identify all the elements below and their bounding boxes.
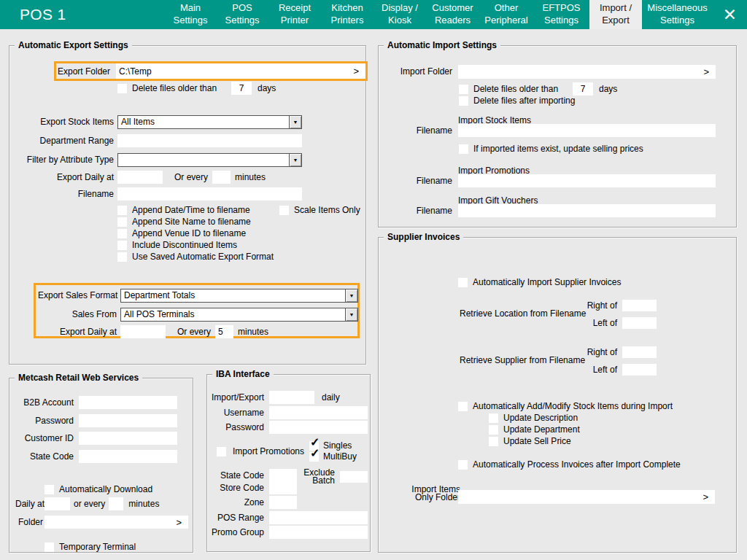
import-promotions-label: Import Promotions bbox=[233, 446, 304, 456]
tab-miscellaneous-settings[interactable]: Miscellaneous Settings bbox=[642, 0, 713, 29]
update-description-checkbox[interactable] bbox=[489, 413, 498, 423]
tab-eftpos-settings[interactable]: EFTPOS Settings bbox=[533, 0, 589, 29]
use-saved-format-checkbox[interactable] bbox=[117, 252, 127, 262]
auto-process-invoices-checkbox[interactable] bbox=[458, 460, 468, 470]
tab-pos-settings[interactable]: POS Settings bbox=[216, 0, 268, 29]
delete-days-input[interactable] bbox=[231, 82, 252, 95]
sales-export-daily-time-input[interactable] bbox=[120, 325, 166, 338]
include-discontinued-checkbox[interactable] bbox=[117, 241, 127, 250]
tab-display-kiosk[interactable]: Display / Kiosk bbox=[374, 0, 426, 29]
filter-attribute-dropdown[interactable]: ▼ bbox=[117, 153, 302, 167]
auto-add-modify-stock-checkbox[interactable] bbox=[458, 402, 468, 411]
panel-title: Supplier Invoices bbox=[384, 232, 463, 242]
append-venueid-label: Append Venue ID to filename bbox=[132, 228, 246, 238]
metcash-minutes-input[interactable] bbox=[109, 497, 123, 510]
update-selling-prices-label: If imported items exist, update selling … bbox=[473, 144, 643, 154]
delete-after-import-checkbox[interactable] bbox=[459, 96, 468, 106]
customer-id-input[interactable] bbox=[79, 432, 177, 445]
append-datetime-label: Append Date/Time to filename bbox=[132, 205, 250, 215]
sales-from-dropdown[interactable]: All POS Terminals ▼ bbox=[120, 308, 358, 322]
tab-kitchen-printers[interactable]: Kitchen Printers bbox=[321, 0, 374, 29]
b2b-account-label: B2B Account bbox=[9, 397, 74, 408]
location-left-of-input[interactable] bbox=[622, 317, 657, 329]
panel-iba-interface: IBA Interface Import/Export daily Userna… bbox=[206, 374, 371, 552]
close-button[interactable]: ✕ bbox=[713, 0, 747, 29]
iba-state-code-input[interactable] bbox=[269, 469, 297, 482]
state-code-label: State Code bbox=[207, 470, 264, 481]
iba-store-code-input[interactable] bbox=[269, 481, 297, 494]
export-stock-items-dropdown[interactable]: All Items ▼ bbox=[117, 115, 302, 129]
iba-username-input[interactable] bbox=[269, 406, 368, 419]
iba-promo-group-input[interactable] bbox=[269, 526, 368, 539]
auto-import-supplier-invoices-checkbox[interactable] bbox=[458, 278, 468, 287]
browse-chevron-icon: > bbox=[703, 66, 709, 77]
import-delete-older-checkbox[interactable] bbox=[459, 85, 468, 94]
import-delete-days-input[interactable] bbox=[573, 82, 593, 96]
tab-customer-readers[interactable]: Customer Readers bbox=[426, 0, 479, 29]
tab-import-export[interactable]: Import / Export bbox=[589, 0, 642, 29]
import-promotions-checkbox[interactable] bbox=[217, 447, 226, 456]
panel-automatic-export-settings: Automatic Export Settings Export Folder … bbox=[9, 45, 366, 365]
use-saved-format-label: Use Saved Automatic Export Format bbox=[132, 252, 274, 262]
auto-import-supplier-invoices-label: Automatically Import Supplier Invoices bbox=[473, 277, 621, 287]
delete-files-older-checkbox[interactable] bbox=[117, 84, 127, 93]
import-folder-label: Import Folder bbox=[379, 66, 452, 77]
tab-other-peripheral[interactable]: Other Peripheral bbox=[479, 0, 533, 29]
metcash-folder-field[interactable]: > bbox=[44, 516, 188, 529]
import-vouchers-filename-input[interactable] bbox=[458, 204, 716, 217]
auto-process-invoices-label: Automatically Process Invoices after Imp… bbox=[473, 459, 681, 470]
sales-export-minutes-input[interactable] bbox=[215, 325, 233, 338]
sales-from-label: Sales From bbox=[38, 309, 117, 319]
append-sitename-checkbox[interactable] bbox=[117, 217, 127, 227]
b2b-account-input[interactable] bbox=[79, 396, 177, 409]
supplier-left-of-input[interactable] bbox=[622, 364, 657, 376]
supplier-right-of-input[interactable] bbox=[622, 346, 657, 358]
password-label: Password bbox=[207, 422, 264, 432]
tab-main-settings[interactable]: Main Settings bbox=[165, 0, 216, 29]
browse-chevron-icon: > bbox=[353, 66, 359, 77]
export-every-minutes-input[interactable] bbox=[212, 171, 231, 184]
append-venueid-checkbox[interactable] bbox=[117, 229, 127, 238]
automatically-download-checkbox[interactable] bbox=[44, 485, 54, 494]
zone-label: Zone bbox=[207, 497, 264, 508]
department-range-input[interactable] bbox=[117, 134, 302, 147]
left-of-label: Left of bbox=[583, 365, 617, 375]
append-datetime-checkbox[interactable] bbox=[117, 206, 127, 215]
panel-title: Automatic Export Settings bbox=[15, 40, 132, 50]
or-every-label: or every bbox=[74, 499, 105, 509]
export-sales-format-dropdown[interactable]: Department Totals ▼ bbox=[120, 289, 358, 303]
metcash-daily-time-input[interactable] bbox=[44, 497, 70, 510]
right-of-label: Right of bbox=[583, 347, 617, 357]
iba-pos-range-input[interactable] bbox=[269, 511, 368, 524]
temporary-terminal-label: Temporary Terminal bbox=[59, 542, 136, 552]
multibuy-checkbox[interactable]: ✓ bbox=[309, 452, 319, 462]
department-range-label: Department Range bbox=[9, 136, 114, 146]
header-bar: POS 1 Main Settings POS Settings Receipt… bbox=[0, 0, 747, 29]
append-sitename-label: Append Site Name to filename bbox=[132, 217, 251, 227]
export-daily-time-input[interactable] bbox=[117, 171, 163, 184]
exclude-batch-input[interactable] bbox=[340, 471, 368, 483]
import-folder-field[interactable]: > bbox=[458, 65, 716, 79]
browse-chevron-icon: > bbox=[176, 517, 182, 528]
update-sell-price-checkbox[interactable] bbox=[489, 437, 498, 446]
location-right-of-input[interactable] bbox=[622, 300, 657, 311]
export-daily-label: Export Daily at bbox=[9, 172, 114, 182]
metcash-password-input[interactable] bbox=[79, 414, 177, 427]
iba-password-input[interactable] bbox=[269, 421, 368, 434]
export-filename-input[interactable] bbox=[117, 187, 302, 201]
import-stock-filename-input[interactable] bbox=[458, 124, 716, 137]
scale-items-only-checkbox[interactable] bbox=[279, 206, 289, 215]
temporary-terminal-checkbox[interactable] bbox=[44, 542, 54, 552]
metcash-state-code-input[interactable] bbox=[79, 450, 177, 463]
or-every-label: Or every bbox=[174, 172, 208, 182]
import-delete-older-label: Delete files older than bbox=[473, 84, 562, 94]
export-folder-field[interactable]: C:\Temp > bbox=[116, 63, 365, 79]
update-department-checkbox[interactable] bbox=[489, 425, 498, 435]
iba-zone-input[interactable] bbox=[269, 496, 297, 509]
import-items-only-folder-field[interactable]: > bbox=[458, 490, 715, 504]
iba-import-export-input[interactable] bbox=[269, 391, 314, 404]
tab-receipt-printer[interactable]: Receipt Printer bbox=[268, 0, 321, 29]
sales-from-value: All POS Terminals bbox=[121, 308, 345, 321]
update-selling-prices-checkbox[interactable] bbox=[459, 144, 468, 154]
import-promotions-filename-input[interactable] bbox=[458, 174, 716, 187]
